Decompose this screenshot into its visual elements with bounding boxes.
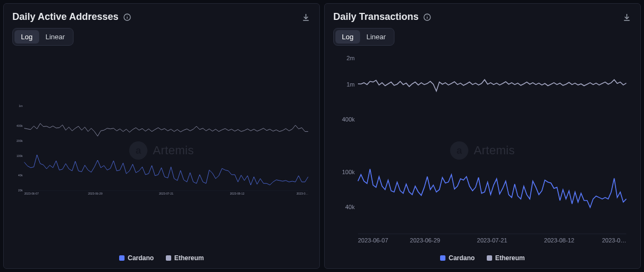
- download-icon[interactable]: [622, 12, 632, 22]
- svg-text:2023-08-12: 2023-08-12: [544, 237, 574, 244]
- series-cardano: [24, 155, 308, 185]
- legend-item-ethereum[interactable]: Ethereum: [487, 254, 525, 262]
- chart-area: 20k40k100k200k400k1m2023-06-072023-06-29…: [12, 49, 311, 252]
- svg-text:2023-06-29: 2023-06-29: [410, 237, 440, 244]
- legend-label: Cardano: [128, 254, 154, 262]
- svg-text:40k: 40k: [345, 204, 355, 210]
- svg-text:2023-0…: 2023-0…: [296, 192, 308, 195]
- svg-point-2: [127, 15, 127, 16]
- panel-header: Daily Transactions: [333, 11, 632, 23]
- chart-panel-daa: Daily Active Addresses Log Linear 20k40k…: [3, 3, 320, 269]
- info-icon: [123, 13, 131, 22]
- series-ethereum: [358, 80, 626, 91]
- svg-text:2023-0…: 2023-0…: [602, 237, 626, 244]
- scale-toggle: Log Linear: [333, 28, 394, 46]
- svg-text:20k: 20k: [18, 189, 23, 192]
- swatch-cardano: [440, 255, 445, 261]
- svg-text:2023-08-12: 2023-08-12: [230, 192, 244, 195]
- scale-linear-button[interactable]: Linear: [39, 30, 71, 44]
- svg-text:400k: 400k: [342, 116, 355, 123]
- chart-area: 40k100k400k1m2m2023-06-072023-06-292023-…: [333, 49, 632, 252]
- svg-text:2m: 2m: [347, 55, 355, 61]
- legend-label: Cardano: [449, 254, 475, 262]
- svg-text:100k: 100k: [342, 169, 355, 175]
- swatch-cardano: [119, 255, 125, 261]
- panel-title: Daily Active Addresses: [12, 11, 119, 23]
- legend-item-cardano[interactable]: Cardano: [440, 254, 475, 262]
- svg-text:200k: 200k: [17, 139, 23, 142]
- swatch-ethereum: [487, 255, 492, 261]
- legend: Cardano Ethereum: [333, 254, 632, 262]
- svg-text:2023-07-21: 2023-07-21: [477, 237, 507, 244]
- svg-text:2023-07-21: 2023-07-21: [159, 192, 173, 195]
- legend-item-ethereum[interactable]: Ethereum: [166, 254, 204, 262]
- svg-text:1m: 1m: [347, 81, 355, 88]
- legend-label: Ethereum: [174, 254, 204, 262]
- scale-toggle: Log Linear: [12, 28, 74, 46]
- scale-log-button[interactable]: Log: [14, 30, 39, 44]
- svg-text:1m: 1m: [19, 104, 23, 108]
- svg-text:2023-06-07: 2023-06-07: [358, 237, 388, 244]
- series-ethereum: [24, 124, 308, 137]
- legend-item-cardano[interactable]: Cardano: [119, 254, 154, 262]
- svg-text:100k: 100k: [17, 154, 23, 158]
- panel-header: Daily Active Addresses: [12, 11, 311, 23]
- scale-linear-button[interactable]: Linear: [360, 30, 392, 44]
- download-icon[interactable]: [301, 12, 311, 22]
- svg-text:40k: 40k: [18, 174, 23, 177]
- dashboard-row: Daily Active Addresses Log Linear 20k40k…: [3, 3, 641, 269]
- scale-log-button[interactable]: Log: [335, 30, 360, 44]
- chart-panel-dtx: Daily Transactions Log Linear 40k100k400…: [324, 3, 641, 269]
- legend-label: Ethereum: [495, 254, 525, 262]
- info-icon: [423, 13, 431, 22]
- svg-text:400k: 400k: [17, 124, 23, 127]
- svg-text:2023-06-07: 2023-06-07: [24, 192, 39, 195]
- svg-text:2023-06-29: 2023-06-29: [88, 192, 103, 195]
- series-cardano: [358, 169, 626, 207]
- swatch-ethereum: [166, 255, 171, 261]
- legend: Cardano Ethereum: [12, 254, 311, 262]
- panel-title: Daily Transactions: [333, 11, 419, 23]
- svg-point-19: [427, 15, 428, 16]
